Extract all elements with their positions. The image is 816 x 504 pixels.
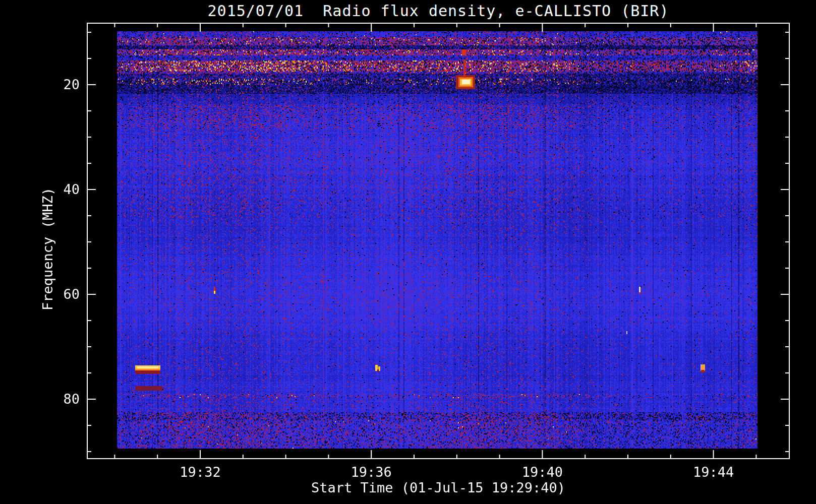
spectrogram-heatmap: [117, 31, 757, 449]
x-tick-label: 19:44: [678, 464, 749, 480]
y-tick-label: 60: [43, 286, 80, 302]
x-tick-label: 19:40: [507, 464, 577, 480]
y-tick-label: 80: [43, 391, 80, 407]
x-tick-label: 19:36: [336, 464, 406, 480]
chart-title: 2015/07/01 Radio flux density, e-CALLIST…: [87, 2, 790, 20]
x-tick-label: 19:32: [165, 464, 236, 480]
spectrogram-page: 2015/07/01 Radio flux density, e-CALLIST…: [0, 0, 816, 504]
y-tick-label: 20: [43, 77, 80, 92]
y-tick-label: 40: [43, 181, 80, 197]
x-axis-title: Start Time (01-Jul-15 19:29:40): [87, 480, 790, 495]
